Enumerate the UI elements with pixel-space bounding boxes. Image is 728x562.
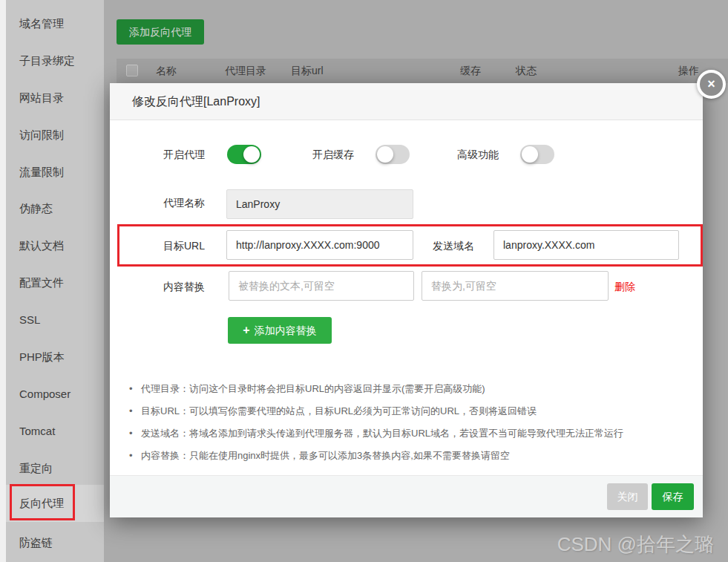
- sidebar-item-hotlink[interactable]: 防盗链: [6, 524, 104, 561]
- proxy-name-input[interactable]: [226, 189, 413, 219]
- toggle-knob: [243, 146, 260, 163]
- col-action: 操作: [678, 59, 699, 83]
- note-proxy-dir: 代理目录：访问这个目录时将会把目标URL的内容返回并显示(需要开启高级功能): [126, 378, 675, 400]
- add-content-replace-label: 添加内容替换: [255, 324, 317, 336]
- add-reverse-proxy-button[interactable]: 添加反向代理: [117, 19, 204, 45]
- sidebar-item-access[interactable]: 访问限制: [6, 117, 104, 154]
- sidebar-item-redirect[interactable]: 重定向: [6, 450, 104, 487]
- note-send-domain: 发送域名：将域名添加到请求头传递到代理服务器，默认为目标URL域名，若设置不当可…: [126, 422, 675, 445]
- plus-icon: +: [243, 324, 249, 336]
- col-name: 名称: [156, 59, 177, 83]
- replace-to-input[interactable]: [422, 271, 609, 301]
- col-status: 状态: [516, 59, 537, 83]
- sidebar-item-ssl[interactable]: SSL: [6, 301, 104, 339]
- add-content-replace-button[interactable]: +添加内容替换: [228, 317, 332, 344]
- sidebar-item-php[interactable]: PHP版本: [6, 339, 104, 376]
- screen: 域名管理 子目录绑定 网站目录 访问限制 流量限制 伪静态 默认文档 配置文件 …: [0, 0, 728, 562]
- proxy-name-label: 代理名称: [163, 197, 205, 210]
- advanced-toggle[interactable]: [520, 145, 554, 164]
- toggle-knob: [522, 146, 538, 163]
- note-content-replace: 内容替换：只能在使用nginx时提供，最多可以添加3条替换内容,如果不需要替换请…: [126, 445, 675, 467]
- sidebar-item-traffic[interactable]: 流量限制: [6, 154, 104, 191]
- send-domain-label: 发送域名: [433, 240, 474, 253]
- sidebar-item-rewrite[interactable]: 伪静态: [6, 190, 104, 227]
- sidebar-item-default-doc[interactable]: 默认文档: [6, 227, 104, 264]
- close-button[interactable]: 关闭: [607, 483, 648, 510]
- sidebar-item-reverse-proxy[interactable]: 反向代理: [6, 485, 104, 522]
- delete-replace-link[interactable]: 删除: [614, 281, 635, 294]
- enable-proxy-label: 开启代理: [163, 148, 205, 162]
- sidebar-item-domain[interactable]: 域名管理: [6, 5, 104, 42]
- send-domain-input[interactable]: [493, 230, 679, 260]
- edit-reverse-proxy-dialog: 修改反向代理[LanProxy] 开启代理 开启缓存 高级功能 代理名称 目标U…: [110, 83, 703, 517]
- enable-cache-toggle[interactable]: [376, 145, 410, 164]
- col-cache: 缓存: [460, 59, 481, 83]
- close-icon[interactable]: ×: [697, 70, 726, 99]
- dialog-header: 修改反向代理[LanProxy]: [110, 83, 703, 120]
- sidebar-item-tomcat[interactable]: Tomcat: [6, 413, 104, 450]
- target-url-label: 目标URL: [163, 240, 205, 253]
- sidebar-item-config[interactable]: 配置文件: [6, 264, 104, 301]
- select-all-checkbox[interactable]: [126, 65, 138, 76]
- sidebar-item-sitedir[interactable]: 网站目录: [6, 79, 104, 117]
- enable-cache-label: 开启缓存: [312, 148, 354, 162]
- site-settings-sidebar: 域名管理 子目录绑定 网站目录 访问限制 流量限制 伪静态 默认文档 配置文件 …: [6, 0, 104, 562]
- advanced-label: 高级功能: [457, 148, 499, 162]
- col-proxy-dir: 代理目录: [225, 59, 266, 83]
- sidebar-item-subdir[interactable]: 子目录绑定: [6, 42, 104, 79]
- dialog-title: 修改反向代理[LanProxy]: [132, 83, 703, 120]
- content-replace-label: 内容替换: [163, 281, 205, 294]
- replace-from-input[interactable]: [229, 271, 414, 301]
- dialog-footer: 关闭 保存: [110, 475, 703, 517]
- sidebar-item-composer[interactable]: Composer: [6, 376, 104, 413]
- toggle-knob: [377, 146, 393, 163]
- note-target-url: 目标URL：可以填写你需要代理的站点，目标URL必须为可正常访问的URL，否则将…: [126, 400, 675, 422]
- enable-proxy-toggle[interactable]: [227, 145, 261, 164]
- help-notes: 代理目录：访问这个目录时将会把目标URL的内容返回并显示(需要开启高级功能) 目…: [126, 378, 675, 467]
- page-left-strip: [0, 0, 6, 562]
- proxy-table-header: 名称 代理目录 目标url 缓存 状态 操作: [117, 59, 728, 83]
- save-button[interactable]: 保存: [652, 483, 694, 510]
- target-url-input[interactable]: [226, 230, 413, 260]
- col-target-url: 目标url: [291, 59, 324, 83]
- watermark-text: CSDN @拾年之璐: [557, 532, 714, 558]
